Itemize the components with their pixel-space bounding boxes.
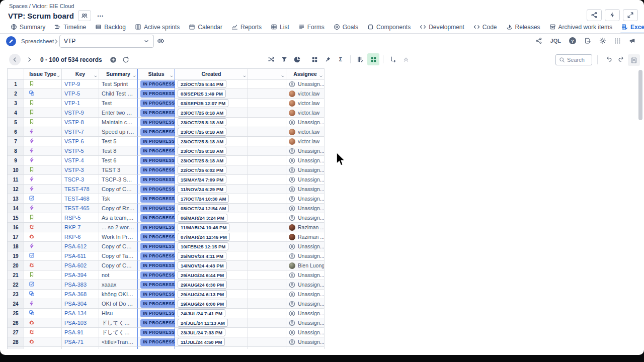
assignee-cell[interactable]: Raziman ... <box>286 223 325 232</box>
sum-button[interactable]: Σ <box>335 53 347 65</box>
tab-development[interactable]: Development <box>415 21 469 33</box>
status-cell[interactable]: IN PROGRESS <box>137 127 175 137</box>
summary-cell[interactable]: Copy of Copy ... <box>99 242 137 251</box>
status-cell[interactable]: IN PROGRESS <box>137 194 175 204</box>
assignee-cell[interactable]: Unassign... <box>286 242 325 251</box>
assignee-cell[interactable]: Unassign... <box>286 299 325 309</box>
tab-list[interactable]: List <box>266 21 294 33</box>
summary-cell[interactable]: TEST 3 <box>99 165 137 175</box>
chart-button[interactable] <box>291 53 303 65</box>
assignee-cell[interactable]: Unassign... <box>286 280 325 290</box>
status-cell[interactable]: IN PROGRESS <box>137 309 175 318</box>
bulk-select-button[interactable] <box>308 53 320 65</box>
blank-cell[interactable] <box>248 290 286 299</box>
issue-type-cell[interactable] <box>24 270 62 280</box>
blank-cell[interactable] <box>248 137 286 146</box>
created-cell[interactable]: 23/JUL/24 7:33 PM <box>175 328 248 337</box>
tab-reports[interactable]: Reports <box>227 21 266 33</box>
issue-type-cell[interactable] <box>24 99 62 108</box>
row-number[interactable]: 12 <box>8 185 24 194</box>
created-cell[interactable]: 07/MAR/24 12:46 PM <box>175 232 248 242</box>
issue-key-link[interactable]: VSTP-7 <box>62 127 99 137</box>
issue-type-cell[interactable] <box>24 309 62 318</box>
summary-cell[interactable]: xaaax <box>99 280 137 290</box>
issue-type-cell[interactable] <box>24 79 62 89</box>
created-cell[interactable]: 11/NOV/24 6:29 PM <box>175 185 248 194</box>
issue-type-cell[interactable] <box>24 290 62 299</box>
status-cell[interactable]: IN PROGRESS <box>137 156 175 165</box>
row-number[interactable]: 24 <box>8 299 24 309</box>
fullscreen-button[interactable] <box>623 9 638 21</box>
summary-cell[interactable]: OKI of Do not ... <box>99 299 137 309</box>
summary-cell[interactable]: As a team, I'd ... <box>99 213 137 223</box>
assignee-cell[interactable]: Unassign... <box>286 337 325 347</box>
blank-cell[interactable] <box>248 165 286 175</box>
assignee-cell[interactable]: victor.law <box>286 127 325 137</box>
status-cell[interactable]: IN PROGRESS <box>137 232 175 242</box>
summary-cell[interactable]: not <box>99 270 137 280</box>
issue-type-cell[interactable] <box>24 146 62 156</box>
row-number[interactable]: 8 <box>8 146 24 156</box>
status-cell[interactable]: IN PROGRESS <box>137 185 175 194</box>
issue-key-link[interactable]: VSTP-4 <box>62 156 99 165</box>
issue-key-link[interactable]: RKP-7 <box>62 223 99 232</box>
created-cell[interactable]: 22/OCT/25 6:02 PM <box>175 165 248 175</box>
issue-type-cell[interactable] <box>24 194 62 204</box>
sheet-selector[interactable]: VTP <box>59 35 154 48</box>
chevron-down-icon[interactable] <box>243 74 247 78</box>
export-button[interactable] <box>584 37 591 44</box>
issue-key-link[interactable]: PSA-71 <box>62 337 99 347</box>
issue-key-link[interactable]: PSA-368 <box>62 290 99 299</box>
summary-cell[interactable]: Copy of Rzi T... <box>99 204 137 213</box>
status-cell[interactable]: IN PROGRESS <box>137 223 175 232</box>
issue-type-cell[interactable] <box>24 232 62 242</box>
issue-type-cell[interactable] <box>24 223 62 232</box>
more-actions-button[interactable]: ⋯ <box>95 12 106 20</box>
assignee-cell[interactable]: Unassign... <box>286 146 325 156</box>
status-cell[interactable]: IN PROGRESS <box>137 165 175 175</box>
summary-cell[interactable]: <title>Trang ... <box>99 337 137 347</box>
issue-type-cell[interactable] <box>24 118 62 127</box>
issue-key-link[interactable]: TEST-465 <box>62 204 99 213</box>
summary-cell[interactable]: Copy of Copy ... <box>99 185 137 194</box>
issue-type-cell[interactable] <box>24 213 62 223</box>
issue-key-link[interactable]: RKP-6 <box>62 232 99 242</box>
created-cell[interactable]: 08/OCT/24 12:54 AM <box>175 204 248 213</box>
issue-key-link[interactable]: VTP-1 <box>62 99 99 108</box>
search-input[interactable] <box>567 57 589 63</box>
summary-cell[interactable]: Tsk <box>99 194 137 204</box>
issue-key-link[interactable]: PSA-134 <box>62 309 99 318</box>
assignee-cell[interactable]: Unassign... <box>286 213 325 223</box>
row-number[interactable]: 26 <box>8 318 24 328</box>
tab-calendar[interactable]: Calendar <box>184 21 227 33</box>
format-painter-button[interactable] <box>321 53 334 65</box>
issue-key-link[interactable]: VSTP-3 <box>62 165 99 175</box>
blank-cell[interactable] <box>248 146 286 156</box>
issue-key-link[interactable]: PSA-394 <box>62 270 99 280</box>
blank-cell[interactable] <box>248 175 286 185</box>
blank-cell[interactable] <box>248 318 286 328</box>
issue-type-cell[interactable] <box>24 251 62 261</box>
status-cell[interactable]: IN PROGRESS <box>137 137 175 146</box>
assignee-cell[interactable]: Unassign... <box>286 156 325 165</box>
assignee-cell[interactable]: Unassign... <box>286 270 325 280</box>
prev-page-button[interactable] <box>9 54 21 65</box>
status-cell[interactable]: IN PROGRESS <box>137 280 175 290</box>
assignee-cell[interactable]: victor.law <box>286 99 325 108</box>
row-number[interactable]: 4 <box>8 108 24 118</box>
blank-cell[interactable] <box>248 194 286 204</box>
tab-archived-work-items[interactable]: Archived work items <box>545 21 617 33</box>
refresh-button[interactable] <box>122 56 129 63</box>
tab-releases[interactable]: Releases <box>502 21 545 33</box>
app-breadcrumb-spreadsheet[interactable]: Spreadsheet <box>21 38 54 44</box>
summary-cell[interactable]: Speed up rep... <box>99 127 137 137</box>
assignee-cell[interactable]: Unassign... <box>286 328 325 337</box>
summary-cell[interactable]: Child Test 2 - ... <box>99 89 137 99</box>
assignee-cell[interactable]: Unassign... <box>286 194 325 204</box>
issue-key-link[interactable]: PSA-383 <box>62 280 99 290</box>
blank-cell[interactable] <box>248 270 286 280</box>
row-number[interactable]: 6 <box>8 127 24 137</box>
undo-button[interactable] <box>605 55 612 62</box>
created-cell[interactable]: 23/OCT/25 8:18 AM <box>175 127 248 137</box>
assignee-cell[interactable]: Unassign... <box>286 185 325 194</box>
